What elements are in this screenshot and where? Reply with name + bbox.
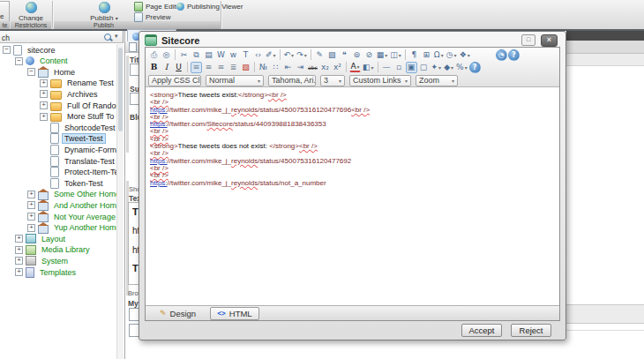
search-options-caret-icon[interactable]: ▾ (115, 33, 118, 40)
combo-apply-css-cl[interactable]: Apply CSS Cl...▾ (148, 75, 201, 86)
tree-item[interactable]: Dynamic-Form (0, 144, 116, 155)
format-stripper-icon[interactable]: ✐▾ (265, 49, 277, 61)
module-icon[interactable]: ⊞ (421, 49, 432, 61)
collapse-icon[interactable]: − (27, 68, 35, 76)
background-color-icon[interactable]: ◧▾ (362, 62, 375, 73)
strikethrough-icon[interactable]: abc (307, 62, 318, 73)
cut-icon[interactable]: ✂ (178, 49, 190, 61)
paste-icon[interactable]: ▤ (203, 49, 214, 61)
template-manager-icon[interactable]: %▾ (455, 62, 468, 73)
tree-item[interactable]: +Full Of Random Stuff (0, 100, 116, 111)
collapse-icon[interactable]: − (15, 57, 23, 65)
tree-item[interactable]: +More Stuff To Delete (0, 111, 116, 123)
align-left-icon[interactable]: ≡ (191, 62, 202, 73)
tree-item[interactable]: ShortcodeTest (0, 122, 116, 133)
dialog-titlebar[interactable]: Sitecore (145, 34, 199, 46)
maximize-button[interactable]: □ (521, 34, 535, 46)
tree-scrollbar-thumb[interactable] (118, 48, 123, 131)
tree-item[interactable]: +Layout (0, 233, 68, 244)
tree-item[interactable]: −Content (0, 56, 71, 67)
paste-plain-text-icon[interactable]: T (240, 49, 251, 61)
expand-icon[interactable]: + (27, 213, 35, 221)
bullet-list-icon[interactable]: ∷ (270, 62, 281, 73)
publish-button[interactable]: Publish ▾ (86, 1, 123, 20)
bold-icon[interactable]: B (148, 62, 160, 73)
tree-item[interactable]: −Home (0, 66, 78, 78)
help-icon[interactable]: ? (508, 49, 520, 61)
paste-as-html-icon[interactable]: ‹› (252, 49, 264, 61)
italic-icon[interactable]: I (161, 62, 172, 73)
page-editor-button[interactable]: Page Editor (134, 2, 183, 11)
document-manager-icon[interactable]: ▢ (418, 62, 430, 73)
align-justify-icon[interactable]: ≣ (228, 62, 239, 73)
underline-icon[interactable]: U (173, 62, 184, 73)
horizontal-rule-icon[interactable]: — (381, 62, 393, 73)
expand-icon[interactable]: + (15, 246, 23, 254)
image-manager-icon[interactable]: ▣ (406, 62, 417, 73)
tab-design[interactable]: ✎ Design (153, 307, 203, 320)
comment-icon[interactable]: ❝ (339, 49, 350, 61)
expand-icon[interactable]: + (15, 257, 23, 265)
collapse-icon[interactable]: − (3, 46, 11, 54)
tree-item[interactable]: +Rename Test (0, 78, 116, 89)
combo-custom-links[interactable]: Custom Links▾ (349, 75, 411, 86)
expand-icon[interactable]: + (27, 201, 35, 209)
subscript-icon[interactable]: x₂ (319, 62, 331, 73)
paste-from-word-icon[interactable]: W (215, 49, 227, 61)
insert-image-icon[interactable]: ▧ (326, 49, 338, 61)
clipped-ribbon-button[interactable]: e (0, 1, 10, 22)
table-cells-icon[interactable]: ◫▾ (389, 49, 402, 61)
expand-icon[interactable]: + (27, 191, 35, 198)
search-input[interactable]: ch (2, 34, 10, 42)
tree-item[interactable]: Token-Test (0, 177, 106, 189)
tree-item[interactable]: +And Another Home (0, 199, 116, 211)
accept-button[interactable]: Accept (461, 324, 502, 337)
expand-icon[interactable]: + (40, 79, 48, 87)
tree-item[interactable]: +Archives (0, 88, 101, 100)
expand-icon[interactable]: + (27, 224, 35, 232)
insert-link-icon[interactable]: ⊚ (351, 49, 363, 61)
publishing-viewer-button[interactable]: Publishing Viewer (176, 2, 243, 11)
tree-item[interactable]: Translate-Test (0, 155, 116, 167)
html-source-view[interactable]: <strong>These tweets exist:</strong><br … (146, 88, 558, 305)
indent-icon[interactable]: ⇥ (295, 62, 306, 73)
tree-item[interactable]: −sitecore (0, 44, 58, 56)
align-none-icon[interactable]: ▨ (240, 62, 251, 73)
tree-search-bar[interactable]: ch ▾ (0, 31, 124, 43)
insert-snippet-icon[interactable]: ❖▾ (459, 49, 471, 61)
tree-item[interactable]: +Some Other Home (0, 189, 116, 200)
paragraph-icon[interactable]: ¶ (408, 49, 420, 61)
combo-zoom[interactable]: Zoom▾ (416, 75, 458, 86)
combo-normal[interactable]: Normal▾ (206, 75, 264, 86)
copy-icon[interactable]: ⧉ (191, 49, 202, 61)
preview-button[interactable]: Preview (134, 12, 170, 22)
media-mode-icon[interactable]: ◔ (496, 49, 507, 61)
expand-icon[interactable]: + (40, 90, 48, 98)
tree-item[interactable]: +Yup Another Home Item (0, 222, 116, 234)
remove-link-icon[interactable]: ⊘ (363, 49, 375, 61)
reject-button[interactable]: Reject (511, 324, 551, 337)
paste-word-cleaner-icon[interactable]: w (228, 49, 239, 61)
align-right-icon[interactable]: ≡ (215, 62, 227, 73)
close-button[interactable]: × (541, 34, 558, 47)
outdent-icon[interactable]: ⇤ (282, 62, 294, 73)
tree-item[interactable]: Protect-Item-Test (0, 167, 116, 178)
superscript-icon[interactable]: x² (332, 62, 343, 73)
insert-time-icon[interactable]: ◷▾ (446, 49, 458, 61)
find-icon[interactable]: ◎ (161, 49, 172, 61)
flash-manager-icon[interactable]: ✦▾ (431, 62, 443, 73)
tree-item[interactable]: Tweet-Test (0, 133, 106, 145)
align-center-icon[interactable]: ≡ (203, 62, 214, 73)
editor-help-icon[interactable]: ? (469, 62, 481, 73)
undo-icon[interactable]: ↶▾ (283, 49, 296, 61)
numbered-list-icon[interactable]: № (258, 62, 269, 73)
tree-item[interactable]: +Media Library (0, 244, 93, 256)
expand-icon[interactable]: + (40, 101, 48, 109)
insert-table-icon[interactable]: ▦▾ (376, 49, 389, 61)
redo-icon[interactable]: ↷▾ (296, 49, 308, 61)
show-borders-icon[interactable]: ▫ (393, 62, 405, 73)
combo-3[interactable]: 3▾ (320, 75, 345, 86)
tree-item[interactable]: +Not Your Average Home (0, 211, 116, 222)
font-color-icon[interactable]: A▾ (349, 63, 361, 72)
print-icon[interactable]: ⎙ (148, 49, 160, 61)
